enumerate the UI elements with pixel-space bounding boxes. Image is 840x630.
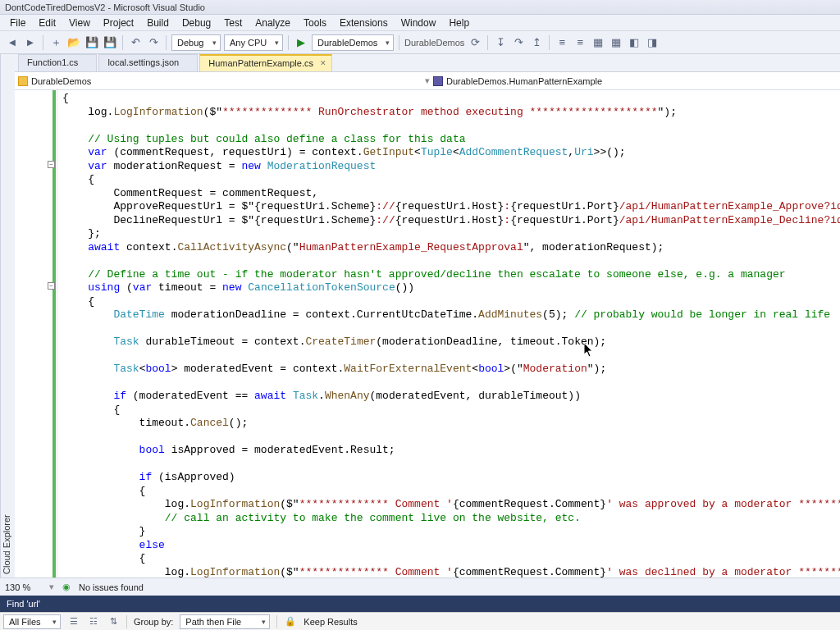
- tab-label: Function1.cs: [27, 57, 78, 67]
- tab-function1[interactable]: Function1.cs: [18, 54, 97, 71]
- menu-test[interactable]: Test: [217, 16, 249, 30]
- class-icon: [433, 76, 443, 86]
- menu-window[interactable]: Window: [395, 16, 443, 30]
- nav-fwd-icon[interactable]: ►: [23, 35, 38, 50]
- new-project-icon[interactable]: ＋: [48, 35, 63, 50]
- editor-gutter: − −: [15, 90, 57, 579]
- menu-help[interactable]: Help: [442, 16, 476, 30]
- window-title-bar: DontCodeTiredDemosV2 - Microsoft Visual …: [0, 0, 840, 15]
- issues-status[interactable]: No issues found: [79, 582, 144, 592]
- toolbar-sep: [549, 35, 550, 50]
- indent-more-icon[interactable]: ≡: [573, 35, 587, 50]
- nav-type[interactable]: DurableDemos.HumanPatternExample: [446, 76, 602, 86]
- code-area[interactable]: { log.LogInformation($"************** Ru…: [57, 90, 840, 579]
- toolbar-sep: [126, 615, 127, 628]
- window-title: DontCodeTiredDemosV2 - Microsoft Visual …: [5, 2, 205, 12]
- open-icon[interactable]: 📂: [66, 35, 81, 50]
- find-results-toolbar: All Files ☰ ☷ ⇅ Group by: Path then File…: [0, 612, 840, 630]
- find-status-bar: Find 'url': [0, 596, 840, 612]
- editor-nav-bar: DurableDemos ▾ DurableDemos.HumanPattern…: [0, 72, 840, 90]
- toolbar-sep: [276, 615, 277, 628]
- undo-icon[interactable]: ↶: [128, 35, 143, 50]
- project-icon: [18, 76, 28, 86]
- toolbar-sep: [122, 35, 123, 50]
- main-toolbar: ◄ ► ＋ 📂 💾 💾 ↶ ↷ Debug Any CPU ▶ DurableD…: [0, 31, 840, 54]
- indent-less-icon[interactable]: ≡: [555, 35, 569, 50]
- menu-analyze[interactable]: Analyze: [249, 16, 297, 30]
- menu-debug[interactable]: Debug: [176, 16, 217, 30]
- tree-view-icon[interactable]: ☷: [87, 615, 100, 628]
- sync-icon[interactable]: ⇅: [107, 615, 120, 628]
- menu-bar: File Edit View Project Build Debug Test …: [0, 15, 840, 31]
- toolbar-sep: [487, 35, 488, 50]
- menu-extensions[interactable]: Extensions: [333, 16, 395, 30]
- menu-file[interactable]: File: [3, 16, 32, 30]
- comment-icon[interactable]: ▦: [591, 35, 605, 50]
- start-target-combo[interactable]: DurableDemos: [312, 34, 394, 51]
- uncomment-icon[interactable]: ▦: [609, 35, 623, 50]
- find-label: Find 'url': [7, 599, 40, 609]
- toolbar-sep: [43, 35, 43, 50]
- nav-back-icon[interactable]: ◄: [5, 35, 20, 50]
- editor-status-bar: 130 % ▾ ◉ No issues found: [0, 578, 840, 596]
- ok-icon: ◉: [62, 582, 71, 592]
- nav-dropdown-icon[interactable]: ▾: [425, 75, 433, 86]
- redo-icon[interactable]: ↷: [146, 35, 161, 50]
- tab-local-settings[interactable]: local.settings.json: [98, 54, 198, 71]
- zoom-level[interactable]: 130 %: [5, 582, 41, 592]
- save-all-icon[interactable]: 💾: [103, 35, 117, 50]
- tab-human-pattern-example[interactable]: HumanPatternExample.cs ✕: [199, 54, 332, 71]
- fold-toggle-icon[interactable]: −: [48, 282, 55, 290]
- find-scope-combo[interactable]: All Files: [3, 614, 61, 629]
- menu-view[interactable]: View: [62, 16, 97, 30]
- bookmark-icon[interactable]: ◧: [627, 35, 641, 50]
- code-editor[interactable]: − − { log.LogInformation($"*************…: [15, 90, 840, 579]
- group-by-combo[interactable]: Path then File: [180, 614, 270, 629]
- menu-tools[interactable]: Tools: [297, 16, 333, 30]
- save-icon[interactable]: 💾: [84, 35, 99, 50]
- toolbar-sep: [288, 35, 289, 50]
- solution-platform-combo[interactable]: Any CPU: [224, 34, 283, 51]
- tab-label: HumanPatternExample.cs: [208, 58, 313, 68]
- document-tab-well: Function1.cs local.settings.json HumanPa…: [0, 54, 840, 72]
- bookmark-next-icon[interactable]: ◨: [645, 35, 660, 50]
- tab-label: local.settings.json: [107, 57, 179, 67]
- start-target-label: DurableDemos: [404, 38, 464, 48]
- list-view-icon[interactable]: ☰: [67, 615, 80, 628]
- step-out-icon[interactable]: ↥: [529, 35, 544, 50]
- nav-project[interactable]: DurableDemos: [31, 76, 91, 86]
- menu-project[interactable]: Project: [97, 16, 140, 30]
- start-debug-icon[interactable]: ▶: [294, 35, 308, 50]
- lock-icon[interactable]: 🔒: [284, 615, 297, 628]
- step-over-icon[interactable]: ↷: [511, 35, 526, 50]
- step-into-icon[interactable]: ↧: [493, 35, 508, 50]
- solution-config-combo[interactable]: Debug: [171, 34, 221, 51]
- toolbar-sep: [399, 35, 399, 50]
- fold-toggle-icon[interactable]: −: [48, 161, 55, 168]
- group-by-label: Group by:: [134, 617, 173, 627]
- toolbar-sep: [166, 35, 167, 50]
- menu-edit[interactable]: Edit: [32, 16, 62, 30]
- side-tab-cloud-explorer[interactable]: Cloud Explorer: [0, 54, 15, 579]
- keep-results-label[interactable]: Keep Results: [304, 617, 357, 627]
- refresh-icon[interactable]: ⟳: [468, 35, 482, 50]
- menu-build[interactable]: Build: [140, 16, 176, 30]
- close-icon[interactable]: ✕: [320, 59, 326, 67]
